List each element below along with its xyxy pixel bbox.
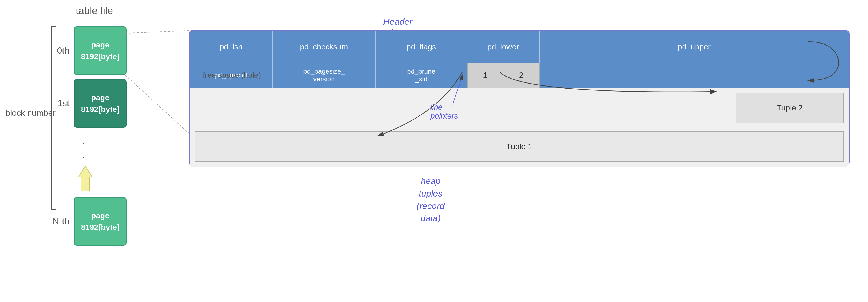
content-area: Tuple 2 Tuple 1 bbox=[190, 88, 849, 167]
ordinal-nth: N-th bbox=[44, 216, 69, 227]
line-pointers-label: line pointers bbox=[430, 103, 458, 121]
lp-cell-1: 1 bbox=[467, 63, 503, 88]
svg-marker-3 bbox=[78, 166, 92, 177]
lp-cell-2: 2 bbox=[503, 63, 539, 88]
diagram-container: table file block number 0th page 8192[by… bbox=[0, 0, 868, 302]
header-cell-pd-upper: pd_upper bbox=[539, 31, 849, 63]
sub-header-row: pd_special pd_pagesize_ version pd_prune… bbox=[190, 63, 849, 88]
page-row-0th: 0th page 8192[byte] bbox=[44, 26, 127, 75]
svg-line-6 bbox=[125, 75, 189, 133]
free-space-label: free space (hole) bbox=[203, 69, 261, 81]
ordinal-1st: 1st bbox=[44, 98, 69, 108]
svg-rect-4 bbox=[81, 177, 89, 191]
tuple-2-box: Tuple 2 bbox=[736, 93, 844, 123]
page-outer-box: pd_lsn pd_checksum pd_flags pd_lower pd_… bbox=[189, 30, 850, 166]
header-cell-pd-lower: pd_lower bbox=[467, 31, 539, 63]
header-cell-pd-flags: pd_flags bbox=[376, 31, 467, 63]
sub-cell-pd-pagesize: pd_pagesize_ version bbox=[273, 63, 376, 88]
ordinal-0th: 0th bbox=[44, 45, 69, 56]
page-block-nth: page 8192[byte] bbox=[74, 197, 127, 246]
header-cell-pd-lsn: pd_lsn bbox=[190, 31, 273, 63]
page-row-1st: 1st page 8192[byte] bbox=[44, 79, 127, 128]
heap-tuples-label: heap tuples (record data) bbox=[416, 175, 444, 225]
sub-cell-pd-prune: pd_prune _xid bbox=[376, 63, 467, 88]
svg-line-5 bbox=[125, 31, 189, 33]
page-block-0th: page 8192[byte] bbox=[74, 26, 127, 75]
yellow-arrow bbox=[75, 166, 95, 191]
arrow-svg bbox=[75, 166, 95, 191]
page-block-1st: page 8192[byte] bbox=[74, 79, 127, 128]
header-cell-pd-checksum: pd_checksum bbox=[273, 31, 376, 63]
table-file-label: table file bbox=[64, 5, 125, 16]
tuple-1-box: Tuple 1 bbox=[195, 131, 844, 162]
page-row-nth: N-th page 8192[byte] bbox=[44, 197, 127, 246]
header-row: pd_lsn pd_checksum pd_flags pd_lower pd_… bbox=[190, 31, 849, 63]
